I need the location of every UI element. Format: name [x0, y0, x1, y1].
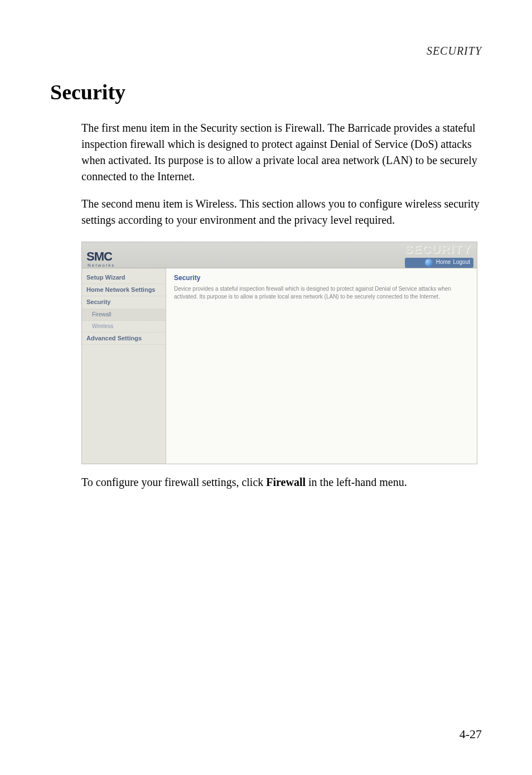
router-topbar: SMC Networks SECURITY Home Logout: [82, 242, 477, 268]
router-top-linkbar: Home Logout: [405, 258, 473, 268]
router-header-right: SECURITY Home Logout: [405, 242, 477, 268]
sidebar-item-advanced-settings[interactable]: Advanced Settings: [82, 333, 166, 345]
caption-post: in the left-hand menu.: [306, 476, 407, 488]
sidebar-item-firewall[interactable]: Firewall: [82, 309, 166, 321]
router-section-ghost-title: SECURITY: [405, 242, 471, 257]
intro-paragraph-1: The first menu item in the Security sect…: [81, 120, 482, 185]
router-logo: SMC Networks: [82, 249, 115, 268]
sidebar-item-home-network[interactable]: Home Network Settings: [82, 284, 166, 296]
logout-link[interactable]: Logout: [453, 259, 470, 267]
screenshot-caption: To configure your firewall settings, cli…: [81, 474, 482, 490]
running-header: SECURITY: [50, 45, 482, 57]
page-number: 4-27: [460, 727, 482, 742]
router-panel-description: Device provides a stateful inspection fi…: [174, 285, 469, 301]
router-logo-text: SMC: [86, 249, 115, 264]
globe-icon: [425, 259, 433, 267]
home-link[interactable]: Home: [436, 259, 451, 267]
caption-pre: To configure your firewall settings, cli…: [81, 476, 266, 488]
sidebar-item-setup-wizard[interactable]: Setup Wizard: [82, 272, 166, 284]
sidebar-item-security[interactable]: Security: [82, 296, 166, 309]
router-logo-tagline: Networks: [88, 263, 115, 268]
caption-bold: Firewall: [266, 476, 306, 488]
router-sidebar: Setup Wizard Home Network Settings Secur…: [82, 268, 166, 464]
page-title: Security: [50, 80, 482, 104]
intro-paragraph-2: The second menu item is Wireless. This s…: [81, 196, 482, 228]
router-panel-title: Security: [174, 274, 469, 282]
router-content-panel: Security Device provides a stateful insp…: [166, 268, 477, 464]
router-ui-screenshot: SMC Networks SECURITY Home Logout Setup …: [81, 242, 477, 464]
sidebar-item-wireless[interactable]: Wireless: [82, 321, 166, 333]
